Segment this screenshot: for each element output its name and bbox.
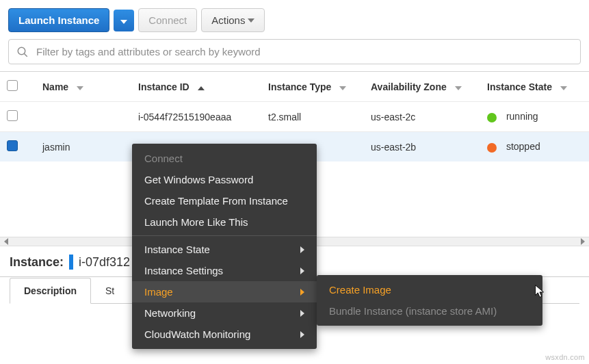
col-instance-id-label: Instance ID <box>138 81 189 92</box>
row-checkbox[interactable] <box>7 110 18 121</box>
launch-instance-label: Launch Instance <box>18 14 99 26</box>
sort-icon <box>560 86 567 90</box>
tab-status-label: St <box>105 285 114 296</box>
chevron-right-icon <box>300 246 304 253</box>
chevron-right-icon <box>300 289 304 296</box>
sort-icon <box>77 86 83 90</box>
cell-az: us-east-2b <box>364 132 480 162</box>
connect-label: Connect <box>148 14 187 26</box>
cell-instance-type: t2.small <box>261 102 364 132</box>
cursor-icon <box>532 284 547 299</box>
tab-description-label: Description <box>24 285 77 296</box>
search-input[interactable] <box>8 39 581 64</box>
chevron-right-icon <box>300 310 304 317</box>
ctx-connect: Connect <box>132 148 317 169</box>
launch-instance-dropdown[interactable] <box>114 10 134 31</box>
col-instance-type[interactable]: Instance Type <box>261 72 364 102</box>
ctx-instance-state[interactable]: Instance State <box>132 239 317 260</box>
selection-marker-icon <box>69 255 73 270</box>
ctx-image[interactable]: Image <box>132 281 317 302</box>
scroll-left-icon[interactable] <box>0 237 12 246</box>
context-menu: Connect Get Windows Password Create Temp… <box>132 144 317 349</box>
scroll-right-icon[interactable] <box>577 237 589 246</box>
detail-instance-id: i-07df312 <box>79 255 130 270</box>
search-container <box>0 39 589 71</box>
table-header-row: Name Instance ID Instance Type Availabil… <box>0 72 589 102</box>
col-instance-type-label: Instance Type <box>268 81 331 92</box>
table-row[interactable]: i-0544f72515190eaaa t2.small us-east-2c … <box>0 102 589 132</box>
ctx-networking[interactable]: Networking <box>132 302 317 324</box>
chevron-right-icon <box>300 331 304 338</box>
cell-az: us-east-2c <box>364 102 480 132</box>
actions-button[interactable]: Actions <box>201 8 265 32</box>
col-name[interactable]: Name <box>36 72 131 102</box>
col-name-label: Name <box>42 81 68 92</box>
cell-instance-id: i-0544f72515190eaaa <box>131 102 261 132</box>
menu-separator <box>132 235 317 236</box>
sort-asc-icon <box>198 86 205 90</box>
image-submenu: Create Image Bundle Instance (instance s… <box>317 275 542 326</box>
detail-label: Instance: <box>10 255 64 270</box>
cell-state: stopped <box>480 132 589 162</box>
launch-instance-button[interactable]: Launch Instance <box>8 8 109 32</box>
col-instance-id[interactable]: Instance ID <box>131 72 261 102</box>
col-az[interactable]: Availability Zone <box>364 72 480 102</box>
tab-description[interactable]: Description <box>10 278 91 304</box>
state-indicator-icon <box>487 113 497 122</box>
cell-state: running <box>480 102 589 132</box>
ctx-instance-settings[interactable]: Instance Settings <box>132 260 317 281</box>
watermark-text: wsxdn.com <box>545 353 585 361</box>
ctx-create-image[interactable]: Create Image <box>317 279 542 300</box>
chevron-down-icon <box>248 18 254 23</box>
top-toolbar: Launch Instance Connect Actions <box>0 0 589 39</box>
row-checkbox[interactable] <box>7 140 18 151</box>
col-state-label: Instance State <box>487 81 552 92</box>
svg-point-0 <box>18 47 25 55</box>
sort-icon <box>455 86 462 90</box>
connect-button: Connect <box>138 8 197 32</box>
ctx-cloudwatch[interactable]: CloudWatch Monitoring <box>132 324 317 345</box>
tab-status-truncated[interactable]: St <box>91 278 129 304</box>
cell-name: jasmin <box>36 132 131 162</box>
svg-line-1 <box>24 53 27 57</box>
col-az-label: Availability Zone <box>371 81 447 92</box>
actions-label: Actions <box>211 14 245 26</box>
ctx-bundle-instance: Bundle Instance (instance store AMI) <box>317 300 542 322</box>
select-all-checkbox[interactable] <box>7 80 18 91</box>
ctx-launch-more[interactable]: Launch More Like This <box>132 211 317 233</box>
ctx-create-template[interactable]: Create Template From Instance <box>132 190 317 211</box>
state-indicator-icon <box>487 143 497 153</box>
col-state[interactable]: Instance State <box>480 72 589 102</box>
search-icon <box>16 46 29 58</box>
ctx-get-windows-password[interactable]: Get Windows Password <box>132 169 317 190</box>
chevron-down-icon <box>120 20 127 24</box>
cell-name <box>36 102 131 132</box>
sort-icon <box>339 86 346 90</box>
chevron-right-icon <box>300 268 304 274</box>
